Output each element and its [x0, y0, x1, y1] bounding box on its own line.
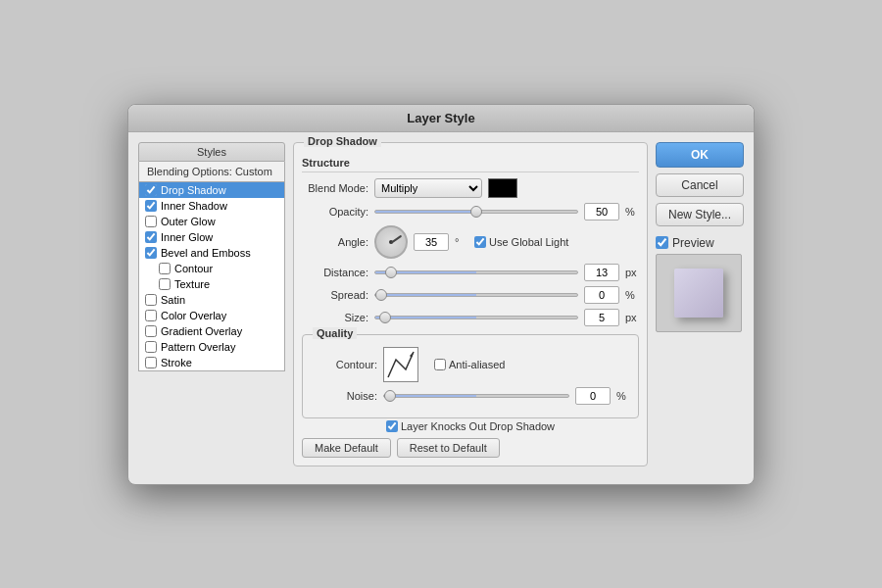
spread-input[interactable]: 0	[584, 286, 619, 304]
layer-item-pattern-overlay[interactable]: Pattern Overlay	[139, 339, 284, 355]
opacity-slider-container	[374, 205, 578, 219]
noise-input[interactable]: 0	[575, 387, 611, 405]
drop-shadow-section: Drop Shadow Structure Blend Mode: Multip…	[293, 142, 648, 466]
preview-checkbox[interactable]	[656, 236, 668, 249]
inner-glow-checkbox[interactable]	[145, 231, 157, 243]
opacity-label: Opacity:	[302, 206, 368, 218]
layer-item-drop-shadow[interactable]: Drop Shadow	[139, 182, 284, 198]
pattern-overlay-checkbox[interactable]	[145, 341, 157, 353]
structure-subsection: Structure Blend Mode: Multiply Normal Sc…	[302, 157, 639, 326]
shadow-color-swatch[interactable]	[488, 178, 517, 198]
angle-input[interactable]: 35	[414, 233, 449, 251]
drop-shadow-section-label: Drop Shadow	[304, 135, 381, 147]
contour-row-label: Contour:	[311, 359, 377, 370]
right-panel: OK Cancel New Style... Preview	[656, 142, 744, 474]
layer-knocks-checkbox[interactable]	[386, 420, 398, 432]
layer-item-color-overlay[interactable]: Color Overlay	[139, 308, 284, 323]
size-label: Size:	[302, 312, 368, 323]
layer-item-gradient-overlay[interactable]: Gradient Overlay	[139, 323, 284, 339]
left-panel: Styles Blending Options: Custom Drop Sha…	[138, 142, 285, 474]
layer-item-contour[interactable]: Contour	[139, 261, 284, 276]
layer-list: Drop Shadow Inner Shadow Outer Glow Inne…	[138, 182, 285, 371]
spread-slider-container	[374, 288, 578, 302]
preview-inner-shape	[674, 269, 723, 318]
layer-item-inner-glow[interactable]: Inner Glow	[139, 229, 284, 245]
layer-item-outer-glow[interactable]: Outer Glow	[139, 214, 284, 229]
quality-label: Quality	[313, 327, 357, 339]
reset-to-default-button[interactable]: Reset to Default	[397, 438, 500, 458]
opacity-slider[interactable]	[374, 210, 578, 214]
angle-label: Angle:	[302, 236, 368, 248]
layer-item-satin[interactable]: Satin	[139, 292, 284, 308]
noise-row: Noise: 0 %	[311, 387, 630, 405]
use-global-light-checkbox[interactable]	[474, 236, 486, 248]
angle-unit: °	[455, 236, 468, 248]
stroke-checkbox[interactable]	[145, 357, 157, 368]
layer-style-dialog: Layer Style Styles Blending Options: Cus…	[127, 104, 755, 485]
blend-mode-select[interactable]: Multiply Normal Screen Overlay	[374, 178, 482, 198]
size-unit: px	[625, 312, 639, 323]
distance-input[interactable]: 13	[584, 264, 619, 281]
contour-preview[interactable]	[383, 347, 418, 382]
size-row: Size: 5 px	[302, 309, 639, 326]
blending-options-item[interactable]: Blending Options: Custom	[138, 162, 285, 182]
bevel-emboss-checkbox[interactable]	[145, 247, 157, 259]
blend-mode-row: Blend Mode: Multiply Normal Screen Overl…	[302, 178, 639, 198]
preview-label-text: Preview	[672, 236, 714, 250]
distance-slider[interactable]	[374, 270, 578, 274]
inner-shadow-checkbox[interactable]	[145, 200, 157, 212]
preview-section: Preview	[656, 236, 744, 332]
contour-row: Contour: Anti-aliased	[311, 347, 630, 382]
spread-unit: %	[625, 289, 639, 301]
layer-item-texture[interactable]: Texture	[139, 276, 284, 292]
opacity-unit: %	[625, 206, 639, 218]
distance-slider-container	[374, 266, 578, 279]
preview-box	[656, 254, 742, 332]
size-slider-container	[374, 311, 578, 324]
styles-header[interactable]: Styles	[138, 142, 285, 162]
cancel-button[interactable]: Cancel	[656, 173, 744, 197]
anti-aliased-label[interactable]: Anti-aliased	[434, 359, 505, 370]
quality-subsection: Quality Contour:	[302, 334, 639, 418]
size-slider[interactable]	[374, 316, 578, 319]
angle-row: Angle: 35 ° Use Global Light	[302, 225, 639, 259]
contour-checkbox[interactable]	[159, 263, 171, 274]
anti-aliased-checkbox[interactable]	[434, 359, 446, 370]
size-input[interactable]: 5	[584, 309, 619, 326]
blend-mode-label: Blend Mode:	[302, 182, 368, 194]
distance-unit: px	[625, 267, 639, 278]
noise-label: Noise:	[311, 390, 377, 402]
noise-slider[interactable]	[383, 394, 569, 398]
layer-item-bevel-emboss[interactable]: Bevel and Emboss	[139, 245, 284, 261]
angle-dial[interactable]	[374, 225, 408, 259]
ok-button[interactable]: OK	[656, 142, 744, 168]
new-style-button[interactable]: New Style...	[656, 203, 744, 226]
distance-row: Distance: 13 px	[302, 264, 639, 281]
layer-knocks-label[interactable]: Layer Knocks Out Drop Shadow	[386, 420, 555, 432]
make-default-button[interactable]: Make Default	[302, 438, 391, 458]
gradient-overlay-checkbox[interactable]	[145, 325, 157, 337]
structure-label: Structure	[302, 157, 639, 172]
distance-label: Distance:	[302, 267, 368, 278]
noise-slider-container	[383, 389, 569, 403]
layer-knocks-row: Layer Knocks Out Drop Shadow	[302, 420, 639, 432]
spread-label: Spread:	[302, 289, 368, 301]
color-overlay-checkbox[interactable]	[145, 310, 157, 321]
bottom-buttons: Make Default Reset to Default	[302, 438, 639, 458]
dialog-titlebar: Layer Style	[128, 105, 754, 132]
preview-label-row: Preview	[656, 236, 744, 250]
satin-checkbox[interactable]	[145, 294, 157, 306]
spread-row: Spread: 0 %	[302, 286, 639, 304]
opacity-input[interactable]: 50	[584, 203, 619, 220]
outer-glow-checkbox[interactable]	[145, 216, 157, 227]
drop-shadow-checkbox[interactable]	[145, 184, 157, 196]
middle-panel: Drop Shadow Structure Blend Mode: Multip…	[293, 142, 648, 474]
spread-slider[interactable]	[374, 293, 578, 297]
noise-unit: %	[616, 390, 630, 402]
texture-checkbox[interactable]	[159, 278, 171, 290]
opacity-row: Opacity: 50 %	[302, 203, 639, 220]
use-global-light-label[interactable]: Use Global Light	[474, 236, 568, 248]
layer-item-inner-shadow[interactable]: Inner Shadow	[139, 198, 284, 214]
layer-item-stroke[interactable]: Stroke	[139, 355, 284, 370]
dialog-title: Layer Style	[407, 111, 474, 125]
